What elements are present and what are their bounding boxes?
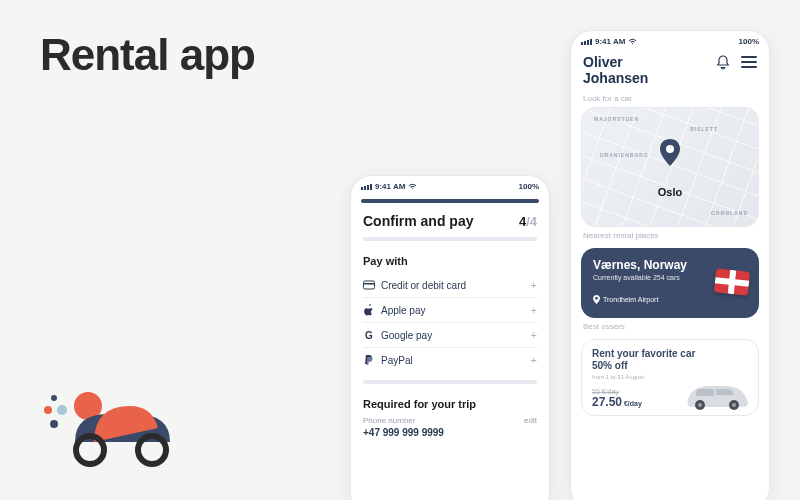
wifi-icon — [408, 183, 417, 190]
phone-checkout: 9:41 AM 100% Confirm and pay 4/4 Pay wit… — [350, 175, 550, 500]
map[interactable]: MAJORSTUEN BISLETT URANIENBORG GRØNLAND … — [581, 107, 759, 227]
norway-flag-icon — [714, 268, 750, 295]
map-city: Oslo — [658, 186, 682, 198]
svg-point-3 — [50, 420, 58, 428]
page-title: Rental app — [40, 30, 255, 80]
status-time: 9:41 AM — [375, 182, 405, 191]
plus-icon: + — [531, 354, 537, 366]
svg-point-12 — [698, 403, 702, 407]
svg-point-10 — [595, 297, 598, 300]
map-district: URANIENBORG — [600, 152, 649, 158]
status-time: 9:41 AM — [595, 37, 625, 46]
svg-point-14 — [732, 403, 736, 407]
required-heading: Required for your trip — [363, 398, 537, 410]
status-bar: 9:41 AM 100% — [351, 176, 549, 193]
bell-icon[interactable] — [715, 54, 731, 70]
phone-value: +47 999 999 9999 — [363, 427, 537, 438]
plus-icon: + — [531, 329, 537, 341]
map-district: BISLETT — [690, 126, 718, 132]
signal-icon — [581, 39, 592, 45]
checkout-heading: Confirm and pay — [363, 213, 473, 229]
svg-point-0 — [51, 395, 57, 401]
nearest-location: Trondheim Airport — [593, 295, 747, 304]
google-icon: G — [363, 329, 375, 341]
map-district: GRØNLAND — [711, 210, 748, 216]
look-label: Look for a car — [571, 90, 769, 107]
phone-label: Phone number — [363, 416, 415, 425]
pay-option-label: Google pay — [381, 330, 432, 341]
apple-icon — [363, 304, 375, 316]
svg-rect-8 — [364, 283, 375, 285]
svg-rect-7 — [364, 281, 375, 289]
step-indicator: 4/4 — [519, 214, 537, 229]
car-icon — [682, 377, 752, 411]
menu-icon[interactable] — [741, 54, 757, 70]
phone-home: 9:41 AM 100% Oliver Johansen Look for a … — [570, 30, 770, 500]
pin-icon — [593, 295, 600, 304]
wifi-icon — [628, 38, 637, 45]
edit-phone[interactable]: edit — [524, 416, 537, 425]
status-battery: 100% — [519, 182, 539, 191]
pay-option-card[interactable]: Credit or debit card + — [363, 273, 537, 297]
offers-label: Best ossers — [571, 318, 769, 335]
status-battery: 100% — [739, 37, 759, 46]
app-logo — [40, 370, 190, 470]
offer-card[interactable]: Rent your favorite car 50% off from 1 to… — [581, 339, 759, 416]
card-icon — [363, 279, 375, 291]
status-bar: 9:41 AM 100% — [571, 31, 769, 48]
pay-option-label: Apple pay — [381, 305, 425, 316]
signal-icon — [361, 184, 372, 190]
pay-option-apple[interactable]: Apple pay + — [363, 297, 537, 322]
pay-option-paypal[interactable]: PayPal + — [363, 347, 537, 372]
nearest-card[interactable]: Værnes, Norway Currently available 254 c… — [581, 248, 759, 318]
nearest-label: Nearest rental places — [571, 227, 769, 244]
pay-option-label: Credit or debit card — [381, 280, 466, 291]
user-name: Oliver Johansen — [583, 54, 648, 86]
map-pin-icon — [659, 139, 681, 171]
pay-option-google[interactable]: GGoogle pay + — [363, 322, 537, 347]
svg-point-1 — [44, 406, 52, 414]
svg-point-2 — [57, 405, 67, 415]
paypal-icon — [363, 354, 375, 366]
offer-title: Rent your favorite car 50% off — [592, 348, 748, 372]
paywith-heading: Pay with — [363, 255, 537, 267]
svg-point-9 — [666, 145, 674, 153]
map-district: MAJORSTUEN — [594, 116, 639, 122]
plus-icon: + — [531, 304, 537, 316]
plus-icon: + — [531, 279, 537, 291]
pay-option-label: PayPal — [381, 355, 413, 366]
